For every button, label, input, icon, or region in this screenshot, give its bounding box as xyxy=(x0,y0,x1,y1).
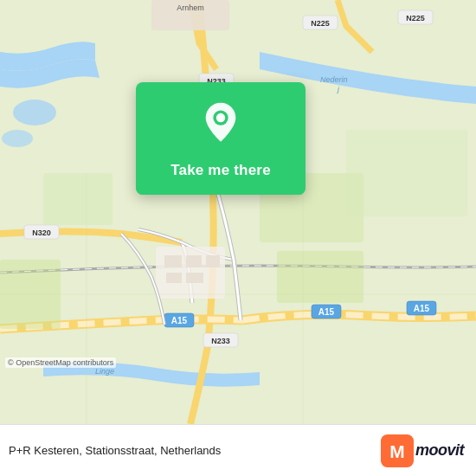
svg-point-2 xyxy=(13,100,56,125)
svg-point-42 xyxy=(216,113,225,122)
location-pin-icon xyxy=(198,101,243,146)
svg-text:A15: A15 xyxy=(414,304,430,313)
svg-rect-27 xyxy=(186,273,203,283)
osm-attribution: © OpenStreetMap contributors xyxy=(5,357,116,368)
svg-text:M: M xyxy=(389,441,404,460)
svg-rect-26 xyxy=(166,273,182,283)
take-me-there-button[interactable]: Take me there xyxy=(136,158,306,195)
popup-card[interactable]: Take me there xyxy=(136,82,306,195)
svg-rect-34 xyxy=(277,251,363,303)
svg-rect-37 xyxy=(346,130,467,216)
attribution-text: © OpenStreetMap contributors xyxy=(8,358,113,367)
svg-rect-23 xyxy=(164,255,182,267)
popup-icon-area xyxy=(136,82,306,158)
svg-text:A15: A15 xyxy=(318,307,335,317)
moovit-icon: M xyxy=(381,434,414,467)
svg-text:N320: N320 xyxy=(32,228,51,237)
svg-text:Nederin: Nederin xyxy=(320,75,348,84)
moovit-wordmark: moovit xyxy=(415,441,464,460)
map-container: N225 N225 N233 N233 N233 N320 A15 A15 xyxy=(0,0,476,424)
svg-rect-35 xyxy=(43,173,113,225)
svg-text:A15: A15 xyxy=(171,316,188,325)
svg-text:N233: N233 xyxy=(211,337,230,345)
moovit-logo: M moovit xyxy=(381,434,464,467)
svg-text:N225: N225 xyxy=(311,19,330,28)
svg-text:N225: N225 xyxy=(406,14,425,23)
svg-point-3 xyxy=(2,130,33,147)
bottom-bar: P+R Kesteren, Stationsstraat, Netherland… xyxy=(0,424,476,476)
svg-text:Arnhem: Arnhem xyxy=(177,3,204,12)
svg-rect-25 xyxy=(206,255,220,267)
svg-text:Linge: Linge xyxy=(95,367,114,376)
svg-rect-24 xyxy=(186,255,202,267)
location-text: P+R Kesteren, Stationsstraat, Netherland… xyxy=(9,444,221,457)
